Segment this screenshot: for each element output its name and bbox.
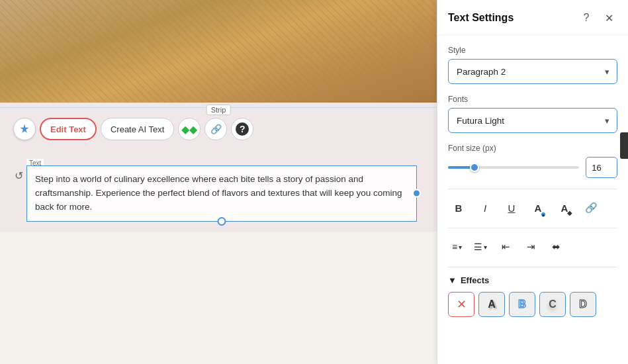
editor-toolbar: Edit Text Create AI Text ◆◆ 🔗 ? [13, 118, 253, 140]
underline-button[interactable]: U [501, 197, 522, 218]
effects-section: ▼ Effects ✕ A B C [448, 275, 617, 317]
text-align-dropdown[interactable]: ≡ ▾ [448, 236, 466, 257]
ai-sparkle-button[interactable] [13, 118, 36, 140]
help-button[interactable]: ? [231, 118, 253, 140]
divider-1 [448, 189, 617, 189]
divider-3 [448, 267, 617, 267]
effect-shadow-button[interactable]: A [478, 292, 505, 317]
effect-outline-button[interactable]: B [509, 292, 535, 317]
link-button[interactable]: 🔗 [204, 118, 227, 140]
resize-handle-right[interactable] [412, 189, 421, 198]
fonts-label: Fonts [448, 95, 617, 104]
style-dropdown[interactable]: Paragraph 2 Paragraph 1 Paragraph 3 Head… [448, 59, 617, 84]
resize-handle-bottom[interactable] [218, 217, 226, 226]
divider-2 [448, 228, 617, 228]
list-dropdown[interactable]: ☰ ▾ [470, 236, 491, 257]
undo-button[interactable]: ↺ [10, 167, 27, 184]
style-label: Style [448, 46, 617, 55]
fonts-dropdown-wrapper: Futura Light Futura Medium Arial Helveti… [448, 108, 617, 133]
decrease-indent-button[interactable]: ⇤ [495, 236, 516, 257]
green-diamond-button[interactable]: ◆◆ [178, 118, 201, 140]
panel-body: Style Paragraph 2 Paragraph 1 Paragraph … [437, 35, 628, 364]
align-row: ≡ ▾ ☰ ▾ ⇤ ⇥ ⬌ [448, 236, 617, 257]
effects-buttons: ✕ A B C D [448, 292, 617, 317]
panel-header-icons: ? ✕ [578, 9, 617, 26]
strip-label: Strip [206, 105, 231, 115]
increase-indent-button[interactable]: ⇥ [520, 236, 541, 257]
bottom-section [0, 232, 437, 364]
bold-button[interactable]: B [448, 197, 469, 218]
text-content-block[interactable]: Step into a world of culinary excellence… [26, 165, 417, 222]
text-highlight-button[interactable]: A ◆ [554, 197, 575, 218]
effects-header[interactable]: ▼ Effects [448, 275, 617, 285]
text-settings-panel: Text Settings ? ✕ Style Paragraph 2 Para… [437, 0, 628, 364]
effect-hollow-button[interactable]: D [570, 292, 596, 317]
food-image [0, 0, 437, 103]
font-size-slider-container [448, 166, 579, 169]
font-size-label: Font size (px) [448, 144, 617, 153]
format-row: B I U A ● A ◆ 🔗 [448, 197, 617, 218]
panel-header: Text Settings ? ✕ [437, 0, 628, 35]
text-color-button[interactable]: A ● [527, 197, 549, 218]
effect-lift-button[interactable]: C [539, 292, 566, 317]
text-direction-button[interactable]: ⬌ [545, 236, 566, 257]
edit-text-button[interactable]: Edit Text [40, 118, 97, 140]
create-ai-text-button[interactable]: Create AI Text [101, 118, 174, 140]
panel-title: Text Settings [448, 12, 514, 24]
style-dropdown-wrapper: Paragraph 2 Paragraph 1 Paragraph 3 Head… [448, 59, 617, 84]
fonts-dropdown[interactable]: Futura Light Futura Medium Arial Helveti… [448, 108, 617, 133]
italic-button[interactable]: I [474, 197, 496, 218]
canvas-area: Strip Edit Text Create AI Text ◆◆ 🔗 ? [0, 0, 437, 364]
font-size-row [448, 157, 617, 178]
font-size-number-input[interactable] [586, 157, 617, 178]
effect-none-button[interactable]: ✕ [448, 292, 474, 317]
text-link-button[interactable]: 🔗 [580, 197, 602, 218]
panel-close-button[interactable]: ✕ [600, 9, 617, 26]
right-edge-handle [620, 132, 628, 159]
panel-help-button[interactable]: ? [578, 9, 595, 26]
